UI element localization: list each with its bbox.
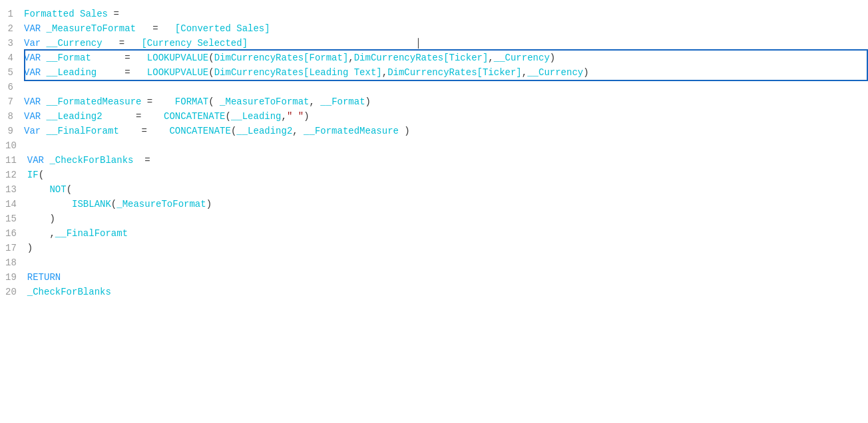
token: [Converted Sales] [175,23,270,34]
token: = [103,111,147,122]
line-content: IF( [27,168,868,182]
line-number: 11 [0,153,27,168]
line-number: 16 [0,226,27,241]
token: ( [208,67,214,78]
token: _MeasureToFormat [220,96,309,107]
line-content: NOT( [27,182,868,197]
token: CONCATENATE [152,126,231,136]
line-number: 9 [0,124,24,138]
line-number: 7 [0,94,24,109]
line-content: ) [27,212,868,226]
token: _CheckForBlanks [27,287,111,297]
token: __Format [47,53,91,63]
token: ) [583,67,588,78]
line-number: 3 [0,36,24,51]
token: __Currency [494,53,550,63]
token: = [136,23,175,34]
token: ) [399,126,410,136]
token: __FinalForamt [55,228,128,239]
code-line: 11VAR _CheckForBlanks = [0,153,868,168]
token: = [133,155,150,166]
line-number: 18 [0,255,27,270]
token: LOOKUPVALUE [147,67,208,78]
token: __Leading2 [47,111,103,122]
token: Var [24,38,47,49]
token: __FormatedMeasure [304,126,399,136]
token: __Currency [527,67,583,78]
line-number: 19 [0,270,27,285]
token: __FormatedMeasure [47,96,142,107]
line-content: VAR __Format = LOOKUPVALUE(DimCurrencyRa… [24,51,868,65]
line-content: VAR __Leading2 = CONCATENATE(__Leading,"… [24,109,868,124]
token: [Currency Selected] [141,38,248,49]
code-line: 17) [0,241,868,255]
token: LOOKUPVALUE [147,53,208,63]
line-number: 6 [0,80,24,94]
token: Var [24,126,47,136]
code-line: 8VAR __Leading2 = CONCATENATE(__Leading,… [0,109,868,124]
line-content: Var __Currency = [Currency Selected] │ [24,36,868,51]
line-number: 17 [0,241,27,255]
line-content: Formatted Sales = [24,7,868,21]
token: ) [27,213,55,224]
line-content: ,__FinalForamt [27,226,868,241]
token: ( [39,170,44,180]
token: = [141,96,158,107]
token: = [91,53,147,63]
token: = [119,126,152,136]
code-line: 13 NOT( [0,182,868,197]
token: ) [365,96,371,107]
token: , [382,67,387,78]
line-content: ) [27,241,868,255]
line-number: 14 [0,197,27,212]
token: , [310,96,321,107]
token: NOT [27,184,67,195]
token: [Leading Text] [304,67,382,78]
token: ( [67,184,72,195]
code-line: 7VAR __FormatedMeasure = FORMAT( _Measur… [0,94,868,109]
line-number: 1 [0,7,24,21]
code-line: 18 [0,255,868,270]
token: , [292,126,304,136]
token: ) [27,243,33,253]
line-content: VAR __FormatedMeasure = FORMAT( _Measure… [24,94,868,109]
token: RETURN [27,272,61,283]
code-container: 1Formatted Sales =2VAR _MeasureToFormat … [0,7,868,299]
token: = [97,67,147,78]
token: [Ticker] [477,67,522,78]
line-content: ISBLANK(_MeasureToFormat) [27,197,868,212]
token: , [282,111,287,122]
code-line: 5VAR __Leading = LOOKUPVALUE(DimCurrency… [0,65,868,80]
line-number: 13 [0,182,27,197]
token: , [522,67,527,78]
token: VAR [24,53,47,63]
line-number: 20 [0,285,27,299]
token: __Leading [231,111,282,122]
token: IF [27,170,39,180]
line-number: 12 [0,168,27,182]
token: Formatted Sales [24,9,108,19]
code-line: 2VAR _MeasureToFormat = [Converted Sales… [0,21,868,36]
token: VAR [24,67,47,78]
token: , [27,228,55,239]
token: __Format [320,96,365,107]
token: _CheckForBlanks [49,155,133,166]
token: = [108,9,119,19]
code-line: 9Var __FinalForamt = CONCATENATE(__Leadi… [0,124,868,138]
line-content: RETURN [27,270,868,285]
line-number: 8 [0,109,24,124]
token: " " [287,111,304,122]
code-line: 14 ISBLANK(_MeasureToFormat) [0,197,868,212]
code-line: 12IF( [0,168,868,182]
line-content: VAR _CheckForBlanks = [27,153,868,168]
token: _MeasureToFormat [47,23,136,34]
code-editor: 1Formatted Sales =2VAR _MeasureToFormat … [0,0,868,423]
token: ) [550,53,555,63]
line-number: 2 [0,21,24,36]
code-line: 20_CheckForBlanks [0,285,868,299]
code-line: 15 ) [0,212,868,226]
token: │ [248,38,421,49]
token: DimCurrencyRates [214,67,304,78]
token: ( [111,199,116,210]
token: __Currency [47,38,103,49]
